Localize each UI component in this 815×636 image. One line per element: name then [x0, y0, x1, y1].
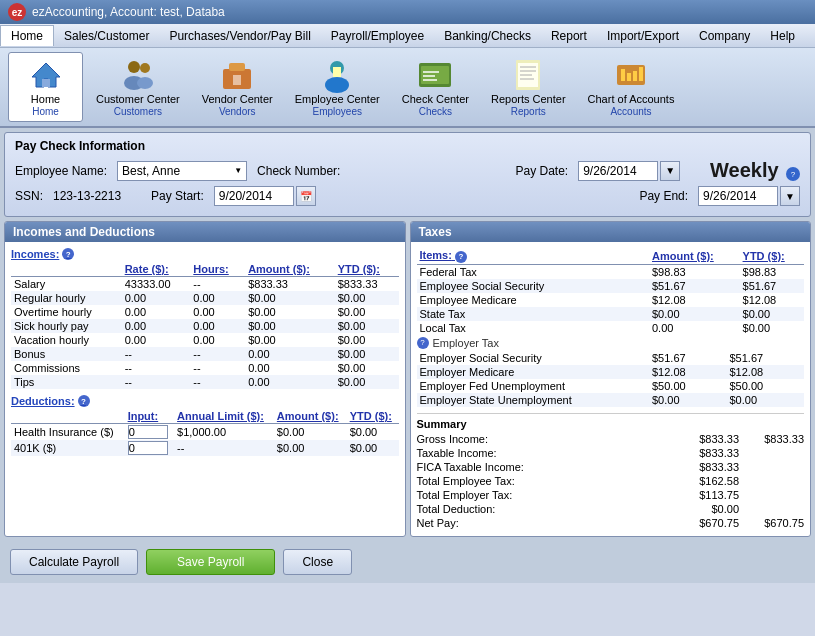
menu-help[interactable]: Help [760, 26, 805, 46]
emp-tax-name: Employer Medicare [417, 365, 650, 379]
deductions-info-icon[interactable]: ? [78, 395, 90, 407]
emp-tax-ytd: $12.08 [727, 365, 805, 379]
pay-end-input[interactable] [698, 186, 778, 206]
emp-tax-amount: $50.00 [649, 379, 727, 393]
inc-col-amount[interactable]: Amount ($): [245, 262, 335, 277]
ded-col-amount[interactable]: Amount ($): [274, 409, 347, 424]
inc-col-rate[interactable]: Rate ($): [122, 262, 191, 277]
toolbar-btn-reports[interactable]: Reports Center Reports [482, 52, 575, 122]
svg-point-10 [325, 77, 349, 93]
income-ytd: $0.00 [335, 347, 399, 361]
frequency-info-icon[interactable]: ? [786, 167, 800, 181]
toolbar: Home Home Customer Center Customers Vend… [0, 48, 815, 128]
summary-data-row: Total Employer Tax: $113.75 [417, 488, 805, 502]
menu-purchases[interactable]: Purchases/Vendor/Pay Bill [159, 26, 320, 46]
ded-amount: $0.00 [274, 424, 347, 441]
toolbar-btn-chart[interactable]: Chart of Accounts Accounts [579, 52, 684, 122]
title-text: ezAccounting, Account: test, Databa [32, 5, 225, 19]
pay-start-calendar-btn[interactable]: 📅 [296, 186, 316, 206]
ded-input[interactable] [125, 440, 174, 456]
menu-sales[interactable]: Sales/Customer [54, 26, 159, 46]
incomes-section-label: Incomes: ? [11, 248, 399, 260]
ssn-row: SSN: 123-13-2213 Pay Start: 📅 Pay End: ▼ [15, 186, 800, 206]
deductions-table: Input: Annual Limit ($): Amount ($): YTD… [11, 409, 399, 456]
tax-row: Employee Social Security $51.67 $51.67 [417, 279, 805, 293]
toolbar-btn-vendor[interactable]: Vendor Center Vendors [193, 52, 282, 122]
toolbar-employee-sublabel: Employees [312, 106, 361, 117]
emp-tax-ytd: $0.00 [727, 393, 805, 407]
pay-date-dropdown-btn[interactable]: ▼ [660, 161, 680, 181]
ded-limit: $1,000.00 [174, 424, 274, 441]
inc-col-hours[interactable]: Hours: [190, 262, 245, 277]
employer-tax-icon[interactable]: ? [417, 337, 429, 349]
income-name: Overtime hourly [11, 305, 122, 319]
employer-tax-data-row: Employer Social Security $51.67 $51.67 [417, 351, 805, 365]
income-hours: -- [190, 361, 245, 375]
employee-dropdown[interactable]: Best, Anne ▼ [117, 161, 247, 181]
menu-import[interactable]: Import/Export [597, 26, 689, 46]
income-row: Commissions -- -- 0.00 $0.00 [11, 361, 399, 375]
income-ytd: $0.00 [335, 319, 399, 333]
tax-item-amount: 0.00 [649, 321, 740, 335]
toolbar-chart-label: Chart of Accounts [588, 93, 675, 106]
income-hours: -- [190, 277, 245, 292]
employee-icon [319, 57, 355, 93]
ded-col-input[interactable]: Input: [125, 409, 174, 424]
employer-tax-data-row: Employer Fed Unemployment $50.00 $50.00 [417, 379, 805, 393]
ded-input[interactable] [125, 424, 174, 441]
income-amount: $0.00 [245, 319, 335, 333]
summary-row-ytd [759, 475, 804, 487]
toolbar-btn-employee[interactable]: Employee Center Employees [286, 52, 389, 122]
summary-data-row: FICA Taxable Income: $833.33 [417, 460, 805, 474]
pay-date-label: Pay Date: [515, 164, 568, 178]
employer-tax-data-row: Employer Medicare $12.08 $12.08 [417, 365, 805, 379]
toolbar-chart-sublabel: Accounts [610, 106, 651, 117]
svg-rect-24 [621, 69, 625, 81]
toolbar-btn-customer[interactable]: Customer Center Customers [87, 52, 189, 122]
summary-row-amount: $162.58 [699, 475, 739, 487]
menu-payroll[interactable]: Payroll/Employee [321, 26, 434, 46]
taxes-info-icon[interactable]: ? [455, 251, 467, 263]
income-ytd: $0.00 [335, 291, 399, 305]
incomes-info-icon[interactable]: ? [62, 248, 74, 260]
tax-item-name: Federal Tax [417, 264, 650, 279]
calculate-payroll-button[interactable]: Calculate Payroll [10, 549, 138, 575]
pay-start-input[interactable] [214, 186, 294, 206]
ded-col-limit[interactable]: Annual Limit ($): [174, 409, 274, 424]
menu-report[interactable]: Report [541, 26, 597, 46]
svg-rect-7 [229, 63, 245, 71]
menu-home[interactable]: Home [0, 25, 54, 46]
vendor-icon [219, 57, 255, 93]
summary-row-ytd: $833.33 [759, 433, 804, 445]
toolbar-btn-check[interactable]: Check Center Checks [393, 52, 478, 122]
income-amount: $0.00 [245, 291, 335, 305]
taxes-panel: Taxes Items: ? Amount ($): YTD ($): Fede… [410, 221, 812, 537]
tax-col-amount[interactable]: Amount ($): [649, 248, 740, 264]
tax-item-name: Employee Social Security [417, 279, 650, 293]
menu-company[interactable]: Company [689, 26, 760, 46]
reports-icon [510, 57, 546, 93]
tax-row: Employee Medicare $12.08 $12.08 [417, 293, 805, 307]
save-payroll-button[interactable]: Save Payroll [146, 549, 275, 575]
pay-date-input[interactable] [578, 161, 658, 181]
inc-col-ytd[interactable]: YTD ($): [335, 262, 399, 277]
close-button[interactable]: Close [283, 549, 352, 575]
pay-start-wrap: 📅 [214, 186, 316, 206]
tax-col-items[interactable]: Items: ? [417, 248, 650, 264]
inc-ded-body: Incomes: ? Rate ($): Hours: Amount ($): … [5, 242, 405, 462]
menu-banking[interactable]: Banking/Checks [434, 26, 541, 46]
tax-row: State Tax $0.00 $0.00 [417, 307, 805, 321]
income-name: Vacation hourly [11, 333, 122, 347]
tax-col-ytd[interactable]: YTD ($): [740, 248, 804, 264]
toolbar-btn-home[interactable]: Home Home [8, 52, 83, 122]
summary-row-ytd: $670.75 [759, 517, 804, 529]
frequency-label: Weekly [710, 159, 779, 181]
income-row: Sick hourly pay 0.00 0.00 $0.00 $0.00 [11, 319, 399, 333]
ded-col-ytd[interactable]: YTD ($): [347, 409, 399, 424]
bottom-bar: Calculate Payroll Save Payroll Close [0, 541, 815, 583]
income-amount: $0.00 [245, 305, 335, 319]
ded-name: 401K ($) [11, 440, 125, 456]
pay-end-dropdown-btn[interactable]: ▼ [780, 186, 800, 206]
summary-row-ytd [759, 447, 804, 459]
summary-row-amount: $670.75 [699, 517, 739, 529]
